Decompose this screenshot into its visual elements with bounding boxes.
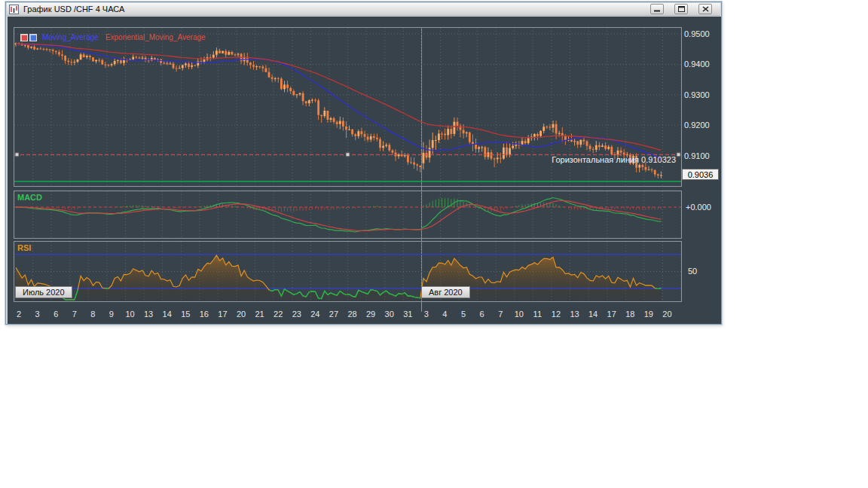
x-axis-label: 14 (163, 310, 172, 319)
macd-label: MACD (17, 193, 42, 202)
indicator-legend: Moving_Average Exponential_Moving_Averag… (20, 33, 206, 42)
close-button[interactable] (698, 4, 712, 14)
x-axis-label: 13 (570, 310, 579, 319)
macd-zero-label: +0.000 (686, 203, 711, 212)
x-axis-label: 24 (310, 310, 319, 319)
x-axis-label: 18 (625, 310, 634, 319)
price-tick: 0.9500 (684, 29, 710, 38)
x-axis-label: 3 (35, 310, 40, 319)
x-axis-label: 6 (480, 310, 484, 319)
x-axis-label: 2 (17, 310, 21, 319)
rsi-label: RSI (17, 243, 31, 252)
x-axis-label: 23 (292, 310, 301, 319)
x-axis-label: 14 (588, 310, 598, 319)
ema-legend-label: Exponential_Moving_Average (105, 33, 206, 42)
minimize-button[interactable] (650, 4, 664, 14)
last-price-tag: 0.9036 (682, 169, 719, 180)
x-axis-label: 17 (607, 310, 616, 319)
x-axis-label: 19 (644, 310, 653, 319)
x-axis-label: 21 (255, 310, 264, 319)
desktop-background: График USD /CHF 4 ЧАСА Moving_Average Ex… (0, 0, 868, 488)
minimize-icon (654, 7, 660, 12)
ma-legend-label: Moving_Average (42, 33, 99, 42)
window-titlebar[interactable]: График USD /CHF 4 ЧАСА (7, 3, 720, 16)
x-axis-label: 10 (125, 310, 134, 319)
x-axis-label: 16 (200, 310, 209, 319)
x-axis-label: 28 (347, 310, 356, 319)
x-axis-label: 27 (329, 310, 338, 319)
x-axis-label: 31 (403, 310, 412, 319)
price-tick: 0.9300 (684, 90, 710, 99)
macd-chart[interactable] (14, 191, 681, 238)
maximize-icon (678, 6, 685, 12)
month-box-july[interactable]: Июль 2020 (15, 286, 72, 298)
rsi-mid-label: 50 (688, 267, 697, 276)
x-axis-label: 8 (90, 310, 95, 319)
x-axis-label: 12 (552, 310, 561, 319)
window-controls (650, 4, 718, 14)
time-axis: 2367891013141516172021222324272829303134… (14, 310, 682, 322)
rsi-panel[interactable]: RSI (14, 241, 682, 302)
x-axis-label: 4 (442, 310, 447, 319)
x-axis-label: 17 (218, 310, 227, 319)
price-tick: 0.9400 (684, 59, 710, 69)
chart-area: Moving_Average Exponential_Moving_Averag… (8, 17, 721, 324)
x-axis-label: 15 (181, 310, 190, 319)
x-axis-label: 5 (461, 310, 466, 319)
chart-window: График USD /CHF 4 ЧАСА Moving_Average Ex… (5, 2, 722, 325)
x-axis-label: 6 (53, 310, 58, 319)
x-axis-label: 11 (533, 310, 542, 319)
x-axis-label: 30 (385, 310, 394, 319)
x-axis-label: 29 (366, 310, 375, 319)
x-axis-label: 22 (274, 310, 283, 319)
x-axis-label: 20 (237, 310, 246, 319)
x-axis-label: 13 (144, 310, 153, 319)
price-tick: 0.9200 (684, 120, 710, 130)
price-tick: 0.9100 (684, 151, 710, 160)
hline-tooltip: Горизонтальная линия 0.910323 (552, 155, 676, 164)
app-icon (9, 5, 19, 14)
x-axis-label: 7 (72, 310, 77, 319)
maximize-button[interactable] (674, 4, 688, 14)
rsi-chart[interactable] (14, 242, 681, 301)
window-title: График USD /CHF 4 ЧАСА (22, 5, 647, 14)
x-axis-label: 10 (515, 310, 524, 319)
x-axis-label: 3 (424, 310, 429, 319)
x-axis-label: 9 (109, 310, 114, 319)
close-icon (702, 6, 709, 12)
month-box-august[interactable]: Авг 2020 (421, 286, 470, 298)
x-axis-label: 20 (662, 310, 671, 319)
legend-chip-blue[interactable] (29, 34, 37, 41)
price-panel[interactable]: Moving_Average Exponential_Moving_Averag… (14, 27, 682, 187)
legend-chip-red[interactable] (20, 34, 28, 41)
x-axis-label: 7 (498, 310, 503, 319)
macd-panel[interactable]: MACD (14, 191, 682, 239)
